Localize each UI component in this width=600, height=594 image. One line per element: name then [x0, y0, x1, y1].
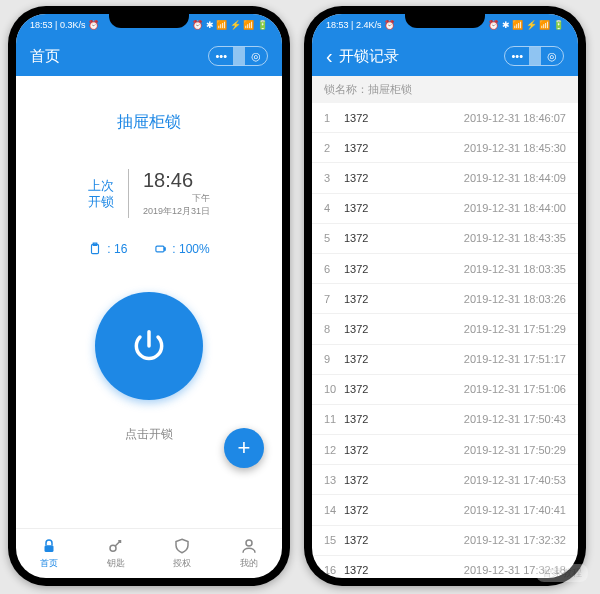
svg-rect-2	[164, 248, 165, 250]
tab-keys[interactable]: 钥匙	[83, 529, 150, 578]
tab-auth[interactable]: 授权	[149, 529, 216, 578]
record-code: 1372	[344, 383, 398, 395]
titlebar-home: 首页 ••• ◎	[16, 36, 282, 76]
plus-icon: +	[238, 435, 251, 461]
record-row[interactable]: 913722019-12-31 17:51:17	[312, 345, 578, 375]
stats-row: : 16 : 100%	[88, 242, 209, 256]
record-code: 1372	[344, 474, 398, 486]
record-row[interactable]: 413722019-12-31 18:44:00	[312, 194, 578, 224]
record-row[interactable]: 213722019-12-31 18:45:30	[312, 133, 578, 163]
records-list[interactable]: 113722019-12-31 18:46:07213722019-12-31 …	[312, 103, 578, 578]
record-index: 9	[324, 353, 344, 365]
record-timestamp: 2019-12-31 18:03:26	[398, 293, 566, 305]
key-icon	[107, 537, 125, 555]
battery-icon	[153, 242, 167, 256]
record-code: 1372	[344, 323, 398, 335]
watermark: 智家教程	[536, 564, 588, 582]
record-code: 1372	[344, 504, 398, 516]
miniprogram-menu[interactable]: ••• ◎	[208, 46, 268, 66]
home-body: 抽屉柜锁 上次 开锁 18:46 下午 2019年12月31日	[16, 76, 282, 528]
record-index: 14	[324, 504, 344, 516]
record-row[interactable]: 1113722019-12-31 17:50:43	[312, 405, 578, 435]
record-row[interactable]: 113722019-12-31 18:46:07	[312, 103, 578, 133]
record-code: 1372	[344, 112, 398, 124]
record-row[interactable]: 613722019-12-31 18:03:35	[312, 254, 578, 284]
record-timestamp: 2019-12-31 17:51:06	[398, 383, 566, 395]
more-icon[interactable]: •••	[505, 50, 529, 62]
target-icon[interactable]: ◎	[245, 50, 267, 63]
record-code: 1372	[344, 142, 398, 154]
record-timestamp: 2019-12-31 18:44:00	[398, 202, 566, 214]
miniprogram-menu[interactable]: ••• ◎	[504, 46, 564, 66]
page-title: 开锁记录	[339, 47, 399, 66]
record-index: 10	[324, 383, 344, 395]
record-row[interactable]: 713722019-12-31 18:03:26	[312, 284, 578, 314]
record-row[interactable]: 1013722019-12-31 17:51:06	[312, 375, 578, 405]
records-subhead: 锁名称：抽屉柜锁	[312, 76, 578, 103]
more-icon[interactable]: •••	[209, 50, 233, 62]
record-code: 1372	[344, 444, 398, 456]
shield-icon	[173, 537, 191, 555]
record-index: 6	[324, 263, 344, 275]
clipboard-icon	[88, 242, 102, 256]
svg-point-4	[110, 545, 116, 551]
add-button[interactable]: +	[224, 428, 264, 468]
record-code: 1372	[344, 534, 398, 546]
record-row[interactable]: 813722019-12-31 17:51:29	[312, 314, 578, 344]
record-index: 3	[324, 172, 344, 184]
record-row[interactable]: 1513722019-12-31 17:32:32	[312, 526, 578, 556]
notch	[109, 14, 189, 28]
record-index: 2	[324, 142, 344, 154]
record-row[interactable]: 1213722019-12-31 17:50:29	[312, 435, 578, 465]
record-timestamp: 2019-12-31 17:51:29	[398, 323, 566, 335]
page-title: 首页	[30, 47, 60, 66]
record-index: 13	[324, 474, 344, 486]
record-code: 1372	[344, 353, 398, 365]
phone-records: 18:53 | 2.4K/s ⏰ ⏰ ✱ 📶 ⚡ 📶 🔋 开锁记录 ••• ◎	[304, 6, 586, 586]
record-row[interactable]: 313722019-12-31 18:44:09	[312, 163, 578, 193]
user-icon	[240, 537, 258, 555]
record-timestamp: 2019-12-31 17:40:41	[398, 504, 566, 516]
unlock-button[interactable]	[95, 292, 203, 400]
record-index: 12	[324, 444, 344, 456]
record-index: 11	[324, 413, 344, 425]
svg-rect-1	[156, 246, 164, 252]
record-timestamp: 2019-12-31 17:51:17	[398, 353, 566, 365]
record-timestamp: 2019-12-31 17:40:53	[398, 474, 566, 486]
record-code: 1372	[344, 263, 398, 275]
record-index: 4	[324, 202, 344, 214]
record-timestamp: 2019-12-31 17:32:32	[398, 534, 566, 546]
tab-home[interactable]: 首页	[16, 529, 83, 578]
record-code: 1372	[344, 202, 398, 214]
record-index: 15	[324, 534, 344, 546]
record-timestamp: 2019-12-31 17:50:29	[398, 444, 566, 456]
record-index: 5	[324, 232, 344, 244]
record-timestamp: 2019-12-31 18:03:35	[398, 263, 566, 275]
record-timestamp: 2019-12-31 18:45:30	[398, 142, 566, 154]
record-index: 1	[324, 112, 344, 124]
record-timestamp: 2019-12-31 18:44:09	[398, 172, 566, 184]
titlebar-records: 开锁记录 ••• ◎	[312, 36, 578, 76]
record-row[interactable]: 1313722019-12-31 17:40:53	[312, 465, 578, 495]
tab-me[interactable]: 我的	[216, 529, 283, 578]
record-code: 1372	[344, 172, 398, 184]
phone-home: 18:53 | 0.3K/s ⏰ ⏰ ✱ 📶 ⚡ 📶 🔋 首页 ••• ◎ 抽屉…	[8, 6, 290, 586]
record-code: 1372	[344, 564, 398, 576]
power-icon	[130, 327, 168, 365]
back-button[interactable]	[326, 46, 333, 66]
record-timestamp: 2019-12-31 18:43:35	[398, 232, 566, 244]
target-icon[interactable]: ◎	[541, 50, 563, 63]
record-row[interactable]: 1413722019-12-31 17:40:41	[312, 495, 578, 525]
notch	[405, 14, 485, 28]
record-code: 1372	[344, 413, 398, 425]
tabbar: 首页 钥匙 授权 我的	[16, 528, 282, 578]
tap-hint: 点击开锁	[125, 426, 173, 443]
svg-rect-3	[45, 545, 54, 552]
last-unlock-row: 上次 开锁 18:46 下午 2019年12月31日	[88, 169, 210, 218]
record-index: 7	[324, 293, 344, 305]
record-code: 1372	[344, 293, 398, 305]
record-timestamp: 2019-12-31 17:50:43	[398, 413, 566, 425]
last-unlock-time: 18:46	[143, 169, 210, 192]
record-code: 1372	[344, 232, 398, 244]
record-row[interactable]: 513722019-12-31 18:43:35	[312, 224, 578, 254]
